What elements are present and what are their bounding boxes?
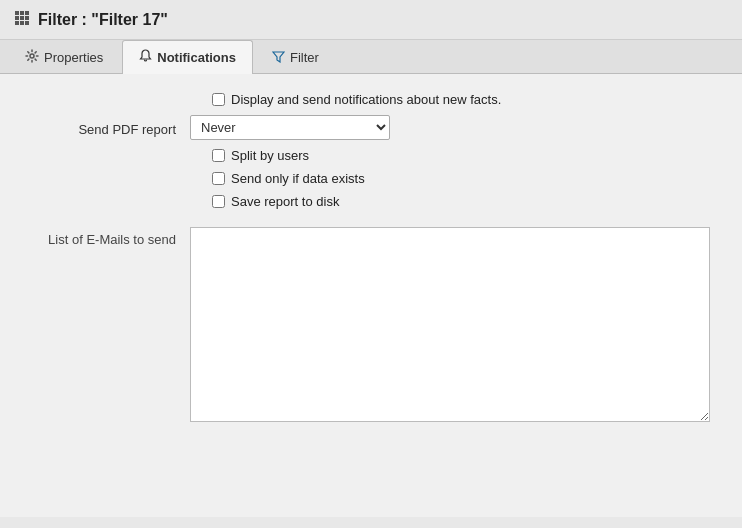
- split-by-users-label[interactable]: Split by users: [231, 148, 309, 163]
- tab-filter[interactable]: Filter: [255, 41, 336, 74]
- split-by-users-checkbox[interactable]: [212, 149, 225, 162]
- svg-point-9: [30, 54, 34, 58]
- display-notifications-label[interactable]: Display and send notifications about new…: [231, 92, 501, 107]
- tab-bar: Properties Notifications Filter: [0, 40, 742, 74]
- svg-rect-5: [25, 16, 29, 20]
- display-notifications-checkbox[interactable]: [212, 93, 225, 106]
- bell-icon: [139, 49, 152, 66]
- svg-rect-2: [25, 11, 29, 15]
- email-textarea[interactable]: [190, 227, 710, 422]
- send-only-if-data-label[interactable]: Send only if data exists: [231, 171, 365, 186]
- tab-properties-label: Properties: [44, 50, 103, 65]
- save-report-label[interactable]: Save report to disk: [231, 194, 339, 209]
- svg-rect-8: [25, 21, 29, 25]
- send-pdf-row: Send PDF report Never Daily Weekly Month…: [20, 115, 722, 140]
- email-row: List of E-Mails to send: [20, 227, 722, 422]
- split-by-users-row: Split by users: [212, 148, 722, 163]
- tab-notifications-label: Notifications: [157, 50, 236, 65]
- page-header: Filter : "Filter 17": [0, 0, 742, 40]
- email-label: List of E-Mails to send: [20, 227, 190, 247]
- content-area: Display and send notifications about new…: [0, 74, 742, 517]
- gear-icon: [25, 49, 39, 66]
- svg-rect-3: [15, 16, 19, 20]
- grid-icon: [14, 10, 30, 29]
- filter-icon: [272, 50, 285, 66]
- send-only-if-data-checkbox[interactable]: [212, 172, 225, 185]
- save-report-checkbox[interactable]: [212, 195, 225, 208]
- send-pdf-label: Send PDF report: [20, 119, 190, 137]
- tab-filter-label: Filter: [290, 50, 319, 65]
- svg-rect-1: [20, 11, 24, 15]
- page-title: Filter : "Filter 17": [38, 11, 168, 29]
- send-pdf-dropdown[interactable]: Never Daily Weekly Monthly: [190, 115, 390, 140]
- tab-properties[interactable]: Properties: [8, 40, 120, 74]
- svg-rect-0: [15, 11, 19, 15]
- svg-rect-7: [20, 21, 24, 25]
- send-only-if-data-row: Send only if data exists: [212, 171, 722, 186]
- save-report-row: Save report to disk: [212, 194, 722, 209]
- svg-rect-6: [15, 21, 19, 25]
- display-notifications-row: Display and send notifications about new…: [212, 92, 722, 107]
- tab-notifications[interactable]: Notifications: [122, 40, 253, 74]
- svg-rect-4: [20, 16, 24, 20]
